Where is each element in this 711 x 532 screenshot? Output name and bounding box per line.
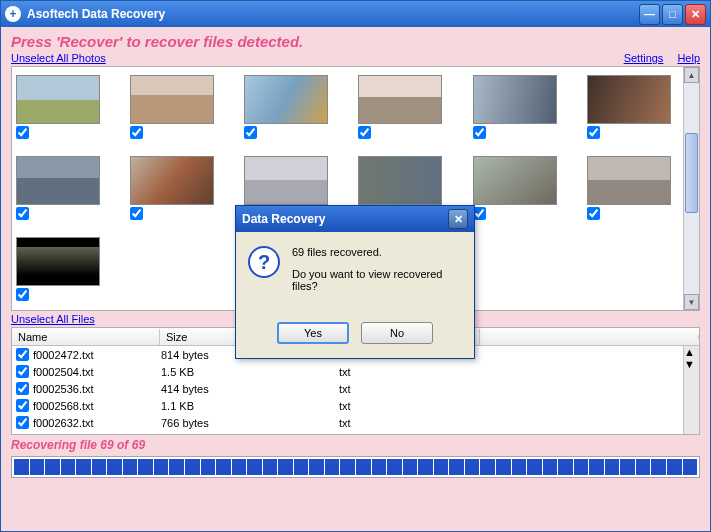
photo-item[interactable] <box>130 75 238 139</box>
photo-checkbox[interactable] <box>358 126 371 139</box>
progress-segment <box>92 459 107 475</box>
photo-checkbox[interactable] <box>244 126 257 139</box>
scroll-track[interactable] <box>684 83 699 294</box>
progress-segment <box>123 459 138 475</box>
progress-segment <box>387 459 402 475</box>
dialog-close-button[interactable]: ✕ <box>448 209 468 229</box>
progress-segment <box>636 459 651 475</box>
scroll-down-icon[interactable]: ▼ <box>684 294 699 310</box>
window-controls: — □ ✕ <box>639 4 706 25</box>
minimize-button[interactable]: — <box>639 4 660 25</box>
file-name: f0002472.txt <box>33 349 161 361</box>
scroll-down-icon[interactable]: ▼ <box>684 358 699 370</box>
app-icon: + <box>5 6 21 22</box>
progress-segment <box>340 459 355 475</box>
dialog-line1: 69 files recovered. <box>292 246 462 258</box>
photo-checkbox[interactable] <box>130 207 143 220</box>
file-checkbox[interactable] <box>16 365 29 378</box>
photo-thumbnail[interactable] <box>16 237 100 286</box>
question-icon: ? <box>248 246 280 278</box>
progress-segment <box>232 459 247 475</box>
photo-thumbnail[interactable] <box>130 75 214 124</box>
photo-item[interactable] <box>587 156 695 220</box>
file-checkbox[interactable] <box>16 399 29 412</box>
photo-item[interactable] <box>16 237 124 301</box>
table-row[interactable]: f0002632.txt766 bytestxt <box>12 414 699 431</box>
progress-segment <box>512 459 527 475</box>
progress-segment <box>201 459 216 475</box>
progress-segment <box>309 459 324 475</box>
photo-item[interactable] <box>358 75 466 139</box>
table-row[interactable]: f0002504.txt1.5 KBtxt <box>12 363 699 380</box>
photo-thumbnail[interactable] <box>16 75 100 124</box>
table-row[interactable]: f0002568.txt1.1 KBtxt <box>12 397 699 414</box>
photo-checkbox[interactable] <box>473 126 486 139</box>
photo-item[interactable] <box>16 156 124 220</box>
file-checkbox[interactable] <box>16 382 29 395</box>
col-header-name[interactable]: Name <box>12 329 160 345</box>
dialog-buttons: Yes No <box>236 316 474 358</box>
photo-checkbox[interactable] <box>130 126 143 139</box>
close-button[interactable]: ✕ <box>685 4 706 25</box>
photo-thumbnail[interactable] <box>587 156 671 205</box>
photo-item[interactable] <box>130 156 238 220</box>
dialog-line2: Do you want to view recovered files? <box>292 268 462 292</box>
scroll-thumb[interactable] <box>685 133 698 213</box>
photo-thumbnail[interactable] <box>358 156 442 205</box>
recovery-dialog: Data Recovery ✕ ? 69 files recovered. Do… <box>235 205 475 359</box>
scroll-up-icon[interactable]: ▲ <box>684 67 699 83</box>
photo-thumbnail[interactable] <box>587 75 671 124</box>
dialog-title: Data Recovery <box>242 212 448 226</box>
col-header-empty <box>480 335 699 339</box>
photo-item[interactable] <box>473 156 581 220</box>
file-checkbox[interactable] <box>16 348 29 361</box>
progress-segment <box>527 459 542 475</box>
photo-checkbox[interactable] <box>16 288 29 301</box>
yes-button[interactable]: Yes <box>277 322 349 344</box>
photo-thumbnail[interactable] <box>473 156 557 205</box>
progress-bar <box>11 456 700 478</box>
photo-thumbnail[interactable] <box>130 156 214 205</box>
photo-item[interactable] <box>473 75 581 139</box>
progress-segment <box>247 459 262 475</box>
maximize-button[interactable]: □ <box>662 4 683 25</box>
instruction-text: Press 'Recover' to recover files detecte… <box>11 33 700 50</box>
progress-segment <box>14 459 29 475</box>
progress-segment <box>403 459 418 475</box>
progress-segment <box>76 459 91 475</box>
photo-item[interactable] <box>16 75 124 139</box>
progress-segment <box>185 459 200 475</box>
no-button[interactable]: No <box>361 322 433 344</box>
progress-segment <box>294 459 309 475</box>
scroll-up-icon[interactable]: ▲ <box>684 346 699 358</box>
file-checkbox[interactable] <box>16 416 29 429</box>
progress-segment <box>465 459 480 475</box>
progress-segment <box>107 459 122 475</box>
photo-item[interactable] <box>587 75 695 139</box>
photo-checkbox[interactable] <box>16 126 29 139</box>
progress-segment <box>45 459 60 475</box>
file-size: 1.5 KB <box>161 366 339 378</box>
photo-scrollbar[interactable]: ▲ ▼ <box>683 67 699 310</box>
progress-segment <box>372 459 387 475</box>
photo-checkbox[interactable] <box>587 207 600 220</box>
photo-checkbox[interactable] <box>16 207 29 220</box>
photo-thumbnail[interactable] <box>358 75 442 124</box>
photo-checkbox[interactable] <box>587 126 600 139</box>
progress-segment <box>418 459 433 475</box>
help-link[interactable]: Help <box>677 52 700 64</box>
photo-thumbnail[interactable] <box>244 75 328 124</box>
progress-segment <box>61 459 76 475</box>
file-scrollbar[interactable]: ▲ ▼ <box>683 346 699 434</box>
table-row[interactable]: f0002536.txt414 bytestxt <box>12 380 699 397</box>
photo-thumbnail[interactable] <box>16 156 100 205</box>
photo-item[interactable] <box>244 75 352 139</box>
settings-link[interactable]: Settings <box>624 52 664 64</box>
progress-segment <box>605 459 620 475</box>
photo-thumbnail[interactable] <box>473 75 557 124</box>
unselect-photos-link[interactable]: Unselect All Photos <box>11 52 106 64</box>
photo-thumbnail[interactable] <box>244 156 328 205</box>
dialog-body: ? 69 files recovered. Do you want to vie… <box>236 232 474 316</box>
dialog-text: 69 files recovered. Do you want to view … <box>292 246 462 302</box>
progress-segment <box>356 459 371 475</box>
